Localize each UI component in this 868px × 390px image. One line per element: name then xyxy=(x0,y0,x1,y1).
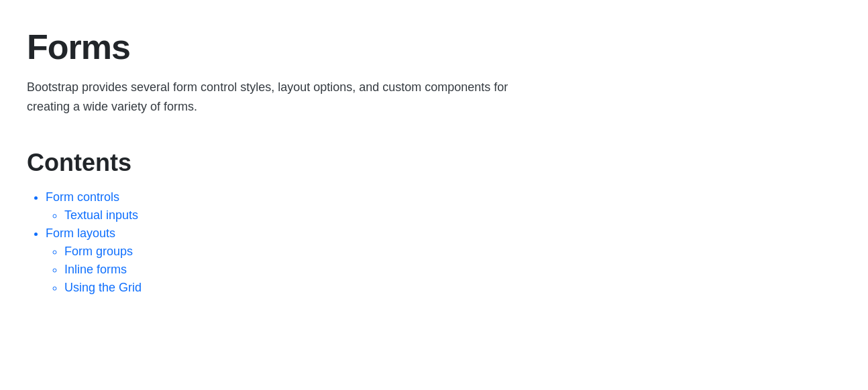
list-item-form-layouts: Form layouts Form groups Inline forms Us… xyxy=(46,226,841,295)
contents-heading: Contents xyxy=(27,149,841,177)
page-description: Bootstrap provides several form control … xyxy=(27,78,537,117)
contents-list: Form controls Textual inputs Form layout… xyxy=(27,190,841,295)
sub-list-form-layouts: Form groups Inline forms Using the Grid xyxy=(46,245,841,295)
list-item-form-groups: Form groups xyxy=(64,245,841,259)
list-item-inline-forms: Inline forms xyxy=(64,263,841,277)
list-item-using-the-grid: Using the Grid xyxy=(64,281,841,295)
link-form-controls[interactable]: Form controls xyxy=(46,190,119,204)
page-title: Forms xyxy=(27,27,841,67)
sub-list-form-controls: Textual inputs xyxy=(46,208,841,222)
link-textual-inputs[interactable]: Textual inputs xyxy=(64,208,138,222)
link-inline-forms[interactable]: Inline forms xyxy=(64,263,127,276)
list-item-textual-inputs: Textual inputs xyxy=(64,208,841,222)
link-form-layouts[interactable]: Form layouts xyxy=(46,226,115,240)
link-using-the-grid[interactable]: Using the Grid xyxy=(64,281,142,294)
link-form-groups[interactable]: Form groups xyxy=(64,245,133,258)
list-item-form-controls: Form controls Textual inputs xyxy=(46,190,841,222)
